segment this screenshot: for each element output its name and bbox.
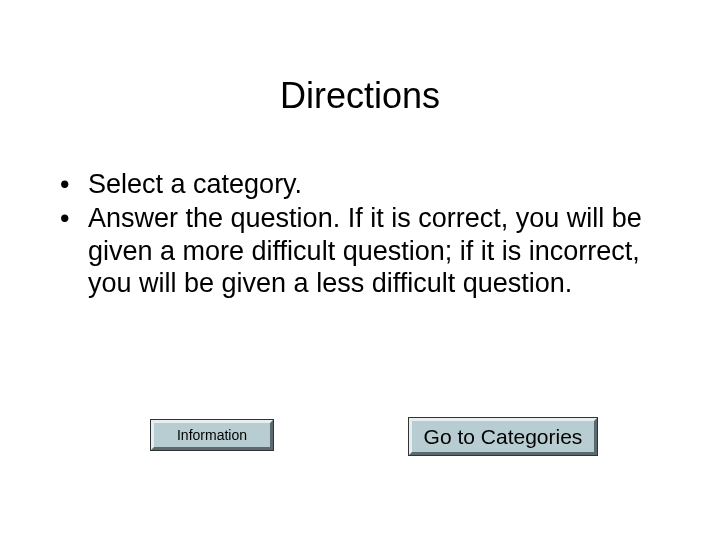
list-item: • Answer the question. If it is correct,… <box>54 202 654 299</box>
bullet-icon: • <box>54 168 88 200</box>
list-item: • Select a category. <box>54 168 654 200</box>
button-label: Information <box>177 427 247 443</box>
button-label: Go to Categories <box>424 425 583 449</box>
list-item-text: Answer the question. If it is correct, y… <box>88 202 654 299</box>
go-to-categories-button[interactable]: Go to Categories <box>409 418 597 455</box>
information-button[interactable]: Information <box>151 420 273 450</box>
bullet-icon: • <box>54 202 88 234</box>
page-title: Directions <box>0 75 720 117</box>
list-item-text: Select a category. <box>88 168 654 200</box>
directions-list: • Select a category. • Answer the questi… <box>54 168 654 302</box>
